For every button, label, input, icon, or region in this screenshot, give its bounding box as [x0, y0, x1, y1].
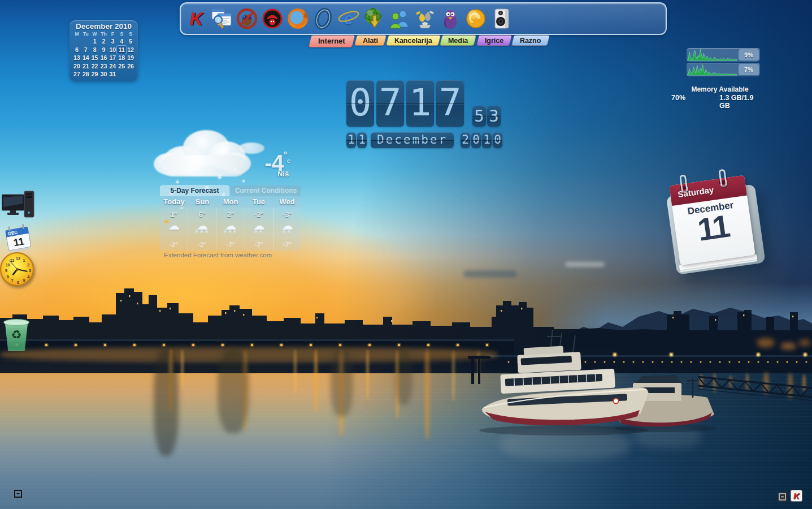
tab-5-day-forecast[interactable]: 5-Day Forecast	[160, 186, 229, 196]
analog-clock-icon[interactable]: 121234567891011	[0, 252, 34, 286]
dock-tab-igrice[interactable]: Igrice	[476, 35, 513, 46]
bridge-light	[133, 344, 136, 346]
memory-value: 1.3 GB/1.9 GB	[719, 94, 763, 110]
recycle-bin-icon[interactable]: ♻	[3, 319, 29, 352]
download-globe-icon[interactable]	[362, 6, 386, 32]
weather-location: Niš	[264, 170, 302, 178]
window-light	[743, 314, 744, 316]
clock-number: 1	[21, 258, 27, 262]
dock-tabs: InternetAlatiKancelarijaMediaIgriceRazno	[310, 35, 549, 48]
spy-agent-icon[interactable]	[260, 6, 284, 32]
calendar-day: 8	[90, 46, 99, 54]
calendar-day: 3	[108, 37, 117, 46]
reflection-streak	[425, 350, 429, 440]
bridge-light	[776, 361, 778, 363]
calendar-day: 9	[99, 46, 108, 54]
calendar-day: 27	[72, 70, 81, 79]
window-light	[146, 299, 147, 300]
kaspersky-tray-icon[interactable]: K	[791, 490, 802, 502]
bridge-light	[222, 344, 224, 346]
forecast-day-name: Today	[160, 196, 188, 208]
window-search-icon[interactable]	[210, 6, 233, 32]
calendar-day	[81, 37, 90, 46]
dock-tab-kancelarija[interactable]: Kancelarija	[385, 35, 440, 46]
bridge-light	[45, 344, 47, 346]
calendar-desktop-icon[interactable]: DEC 11	[3, 223, 33, 256]
dock-tab-razno[interactable]: Razno	[511, 35, 550, 46]
no-spy-binoculars-icon[interactable]	[235, 6, 259, 32]
calendar-day: 16	[99, 54, 108, 62]
date-month: December	[371, 132, 454, 148]
calendar-day	[117, 70, 126, 79]
launcher-tray-icon[interactable]	[14, 489, 23, 501]
im-birds-icon[interactable]	[413, 6, 437, 32]
calendar-day: 1	[90, 37, 99, 46]
calendar-day: 18	[117, 54, 126, 62]
bridge-light	[757, 353, 759, 356]
opera-icon[interactable]	[311, 6, 335, 32]
bridge-light	[804, 353, 806, 356]
dock-tab-media[interactable]: Media	[440, 35, 477, 46]
snowflake-glyph: ❄	[242, 179, 246, 184]
calendar-day: 21	[81, 62, 90, 71]
bridge-light	[192, 344, 194, 346]
internet-explorer-icon[interactable]: e	[337, 6, 361, 32]
tab-current-conditions[interactable]: Current Conditions	[231, 186, 301, 196]
date-year-2: 0	[471, 132, 481, 148]
reflection-streak	[452, 351, 455, 402]
cpu-graph-1-label: 9%	[739, 49, 759, 61]
system-monitor-gadget[interactable]: 9% 7% Memory Available 70% 1.3 GB/1.9 GB	[670, 48, 763, 105]
app-dock: K	[180, 2, 667, 35]
weekday-header: S	[126, 31, 135, 37]
clock-second-ones: 3	[487, 106, 501, 127]
forecast-high: -2°	[245, 210, 273, 219]
calendar-day: 7	[81, 46, 90, 54]
bridge-light	[748, 361, 749, 363]
reflection-streak	[0, 347, 497, 362]
calendar-day: 11	[117, 46, 126, 54]
clock-minute-ones: 7	[436, 80, 464, 127]
pidgin-icon[interactable]	[438, 6, 462, 32]
messenger-icon[interactable]	[388, 6, 411, 32]
snowflake-glyph: ❄	[217, 173, 223, 181]
clock-number: 5	[21, 279, 27, 283]
kaspersky-icon[interactable]: K	[184, 6, 208, 32]
window-light	[234, 310, 235, 312]
bridge-light	[75, 344, 77, 346]
forecast-sun-cloud-icon: ☀☁	[160, 219, 188, 238]
snowflake-glyph: ❄	[163, 164, 168, 172]
calendar-day: 20	[72, 62, 81, 71]
window-light	[137, 303, 138, 304]
desk-calendar-gadget[interactable]: Saturday December 11	[662, 162, 765, 275]
recycle-symbol: ♻	[3, 328, 29, 342]
window-light	[170, 308, 171, 309]
clock-number: 9	[3, 269, 9, 273]
forecast-day-name: Tue	[245, 196, 273, 208]
calendar-gadget[interactable]: December 2010 MTuWThFSS12345678910111213…	[70, 20, 138, 81]
clock-number: 6	[15, 281, 21, 284]
firefox-icon[interactable]	[286, 6, 310, 32]
reflection-streak	[781, 343, 796, 350]
speaker-icon[interactable]	[489, 6, 513, 32]
calendar-day	[126, 70, 135, 79]
cpu-graph-2-label: 7%	[739, 64, 759, 75]
bridge-light	[398, 344, 400, 346]
calendar-day: 5	[126, 37, 135, 46]
clock-hour-ones: 7	[376, 80, 404, 127]
dcpp-coin-icon[interactable]	[464, 6, 488, 32]
window-light	[501, 310, 502, 312]
bridge-light	[280, 344, 283, 346]
memory-available-label: Memory Available	[681, 85, 759, 93]
weather-gadget[interactable]: ❄❄❄❄❄❄❄❄❄❄❄ -4°c Niš 5-Day Forecast Curr…	[154, 126, 304, 265]
launcher-tray-icon-right[interactable]	[778, 492, 787, 502]
dock-tab-label: Alati	[363, 37, 378, 45]
dock-tab-alati[interactable]: Alati	[354, 35, 387, 46]
calendar-day: 6	[72, 46, 81, 54]
reflection-streak	[366, 350, 369, 400]
dock-tab-internet[interactable]: Internet	[308, 35, 355, 48]
clock-second-tens: 5	[472, 106, 486, 127]
my-computer-icon[interactable]	[2, 190, 36, 224]
date-day-ones: 1	[357, 132, 367, 148]
dock-tab-label: Igrice	[485, 37, 503, 45]
reflection-streak	[181, 350, 184, 389]
